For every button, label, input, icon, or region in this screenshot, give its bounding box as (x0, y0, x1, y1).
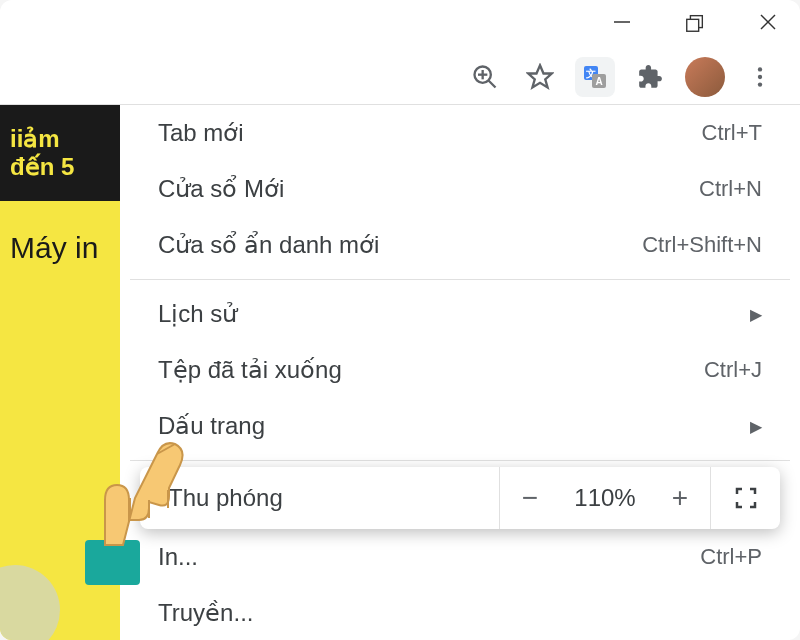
menu-label: Tệp đã tải xuống (158, 356, 704, 384)
submenu-arrow-icon: ▶ (750, 417, 762, 436)
menu-label: Lịch sử (158, 300, 750, 328)
menu-label: Tab mới (158, 119, 702, 147)
zoom-in-button[interactable]: + (650, 467, 710, 529)
window-title-bar (0, 0, 800, 50)
svg-marker-9 (528, 65, 551, 87)
extensions-puzzle-icon[interactable] (630, 57, 670, 97)
svg-text:A: A (595, 76, 602, 87)
minimize-button[interactable] (610, 9, 634, 41)
menu-shortcut: Ctrl+Shift+N (642, 232, 762, 258)
page-banner-dark: iiảm đến 5 (0, 105, 120, 201)
submenu-arrow-icon: ▶ (750, 305, 762, 324)
browser-toolbar: 文A (0, 50, 800, 105)
svg-point-15 (758, 75, 762, 79)
pointing-hand-annotation (75, 430, 215, 594)
zoom-indicator-icon[interactable] (465, 57, 505, 97)
svg-rect-2 (687, 19, 699, 31)
menu-dots-icon[interactable] (740, 57, 780, 97)
svg-point-16 (758, 82, 762, 86)
menu-cast[interactable]: Truyền... (130, 585, 790, 640)
chrome-main-menu: Tab mới Ctrl+T Cửa sổ Mới Ctrl+N Cửa sổ … (130, 105, 790, 640)
menu-label: Cửa sổ ẩn danh mới (158, 231, 642, 259)
menu-shortcut: Ctrl+T (702, 120, 763, 146)
menu-label: Cửa sổ Mới (158, 175, 699, 203)
menu-bookmarks[interactable]: Dấu trang ▶ (130, 398, 790, 454)
menu-divider (130, 460, 790, 461)
menu-label: Dấu trang (158, 412, 750, 440)
menu-zoom-row: Thu phóng − 110% + (140, 467, 780, 529)
zoom-controls: − 110% + (499, 467, 710, 529)
menu-shortcut: Ctrl+P (700, 544, 762, 570)
menu-new-window[interactable]: Cửa sổ Mới Ctrl+N (130, 161, 790, 217)
menu-history[interactable]: Lịch sử ▶ (130, 286, 790, 342)
menu-downloads[interactable]: Tệp đã tải xuống Ctrl+J (130, 342, 790, 398)
close-button[interactable] (756, 9, 780, 41)
menu-shortcut: Ctrl+J (704, 357, 762, 383)
zoom-value: 110% (560, 484, 650, 512)
svg-point-14 (758, 67, 762, 71)
page-banner-yellow: Máy in (0, 201, 120, 295)
profile-avatar[interactable] (685, 57, 725, 97)
zoom-out-button[interactable]: − (500, 467, 560, 529)
bookmark-star-icon[interactable] (520, 57, 560, 97)
menu-new-tab[interactable]: Tab mới Ctrl+T (130, 105, 790, 161)
menu-new-incognito[interactable]: Cửa sổ ẩn danh mới Ctrl+Shift+N (130, 217, 790, 273)
menu-divider (130, 279, 790, 280)
svg-line-6 (489, 81, 496, 88)
translate-extension-icon[interactable]: 文A (575, 57, 615, 97)
fullscreen-button[interactable] (710, 467, 780, 529)
decorative-circle (0, 565, 60, 640)
maximize-button[interactable] (684, 9, 706, 41)
svg-rect-17 (85, 540, 140, 585)
menu-label: Truyền... (158, 599, 762, 627)
menu-print[interactable]: In... Ctrl+P (130, 529, 790, 585)
menu-label: In... (158, 543, 700, 571)
menu-shortcut: Ctrl+N (699, 176, 762, 202)
